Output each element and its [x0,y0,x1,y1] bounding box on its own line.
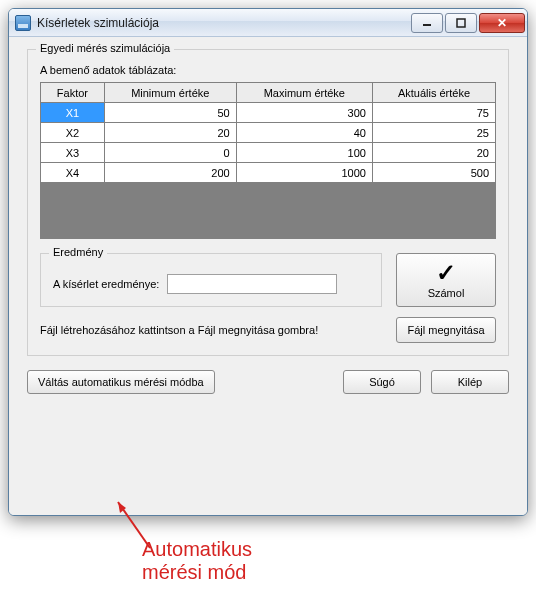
help-button[interactable]: Súgó [343,370,421,394]
cell-min[interactable]: 20 [104,123,236,143]
mode-switch-button-label: Váltás automatikus mérési módba [38,376,204,388]
maximize-button[interactable] [445,13,477,33]
bottom-row: Váltás automatikus mérési módba Súgó Kil… [27,370,509,394]
svg-rect-1 [457,19,465,27]
app-icon [15,15,31,31]
col-max: Maximum értéke [236,83,372,103]
cell-current[interactable]: 20 [372,143,495,163]
cell-factor[interactable]: X2 [41,123,105,143]
maximize-icon [456,18,466,28]
window-title: Kísérletek szimulációja [37,16,409,30]
table-row[interactable]: X2204025 [41,123,496,143]
result-group: Eredmény A kísérlet eredménye: [40,253,382,307]
col-current: Aktuális értéke [372,83,495,103]
annotation-line1: Automatikus [142,538,252,560]
cell-max[interactable]: 40 [236,123,372,143]
table-row[interactable]: X3010020 [41,143,496,163]
cell-max[interactable]: 300 [236,103,372,123]
client-area: Egyedi mérés szimulációja A bemenő adato… [9,37,527,515]
group-legend: Egyedi mérés szimulációja [36,42,174,54]
cell-factor[interactable]: X1 [41,103,105,123]
titlebar: Kísérletek szimulációja ✕ [9,9,527,37]
exit-button[interactable]: Kilép [431,370,509,394]
calculate-button-label: Számol [428,287,465,299]
minimize-icon [422,18,432,28]
result-legend: Eredmény [49,246,107,258]
cell-current[interactable]: 25 [372,123,495,143]
cell-min[interactable]: 50 [104,103,236,123]
close-icon: ✕ [497,16,507,30]
cell-factor[interactable]: X4 [41,163,105,183]
simulation-group: Egyedi mérés szimulációja A bemenő adato… [27,49,509,356]
file-row: Fájl létrehozásához kattintson a Fájl me… [40,317,496,343]
file-open-button[interactable]: Fájl megnyitása [396,317,496,343]
file-open-button-label: Fájl megnyitása [407,324,484,336]
minimize-button[interactable] [411,13,443,33]
result-input[interactable] [167,274,337,294]
help-button-label: Súgó [369,376,395,388]
cell-factor[interactable]: X3 [41,143,105,163]
result-row: Eredmény A kísérlet eredménye: ✓ Számol [40,253,496,307]
close-button[interactable]: ✕ [479,13,525,33]
cell-min[interactable]: 200 [104,163,236,183]
input-table-wrap: Faktor Minimum értéke Maximum értéke Akt… [40,82,496,239]
annotation-line2: mérési mód [142,561,246,583]
mode-switch-button[interactable]: Váltás automatikus mérési módba [27,370,215,394]
table-row[interactable]: X42001000500 [41,163,496,183]
col-min: Minimum értéke [104,83,236,103]
exit-button-label: Kilép [458,376,482,388]
col-factor: Faktor [41,83,105,103]
result-label: A kísérlet eredménye: [53,278,159,290]
cell-max[interactable]: 1000 [236,163,372,183]
check-icon: ✓ [436,261,456,285]
calculate-button[interactable]: ✓ Számol [396,253,496,307]
annotation-label: Automatikus mérési mód [142,538,252,584]
cell-max[interactable]: 100 [236,143,372,163]
table-header-label: A bemenő adatok táblázata: [40,64,496,76]
input-table[interactable]: Faktor Minimum értéke Maximum értéke Akt… [40,82,496,183]
table-header-row: Faktor Minimum értéke Maximum értéke Akt… [41,83,496,103]
cell-current[interactable]: 75 [372,103,495,123]
table-row[interactable]: X15030075 [41,103,496,123]
cell-min[interactable]: 0 [104,143,236,163]
cell-current[interactable]: 500 [372,163,495,183]
app-window: Kísérletek szimulációja ✕ Egyedi mérés s… [8,8,528,516]
file-hint: Fájl létrehozásához kattintson a Fájl me… [40,324,318,336]
